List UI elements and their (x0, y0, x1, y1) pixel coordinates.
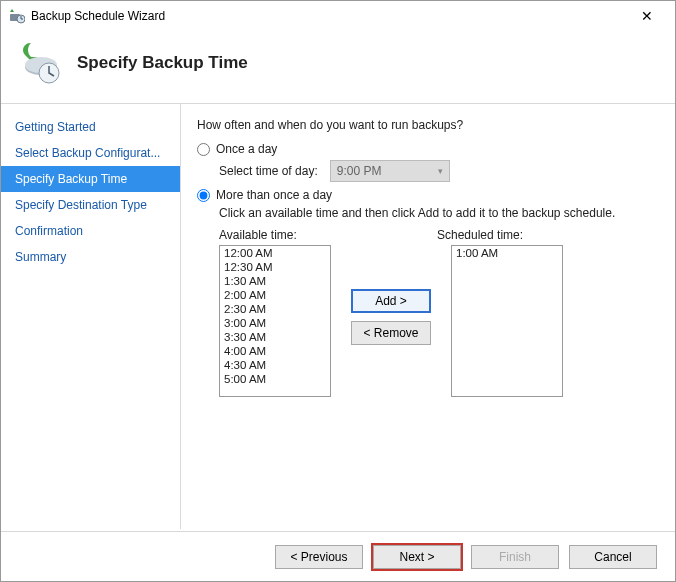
wizard-steps-sidebar: Getting Started Select Backup Configurat… (1, 104, 180, 529)
list-item[interactable]: 12:00 AM (220, 246, 330, 260)
next-button[interactable]: Next > (373, 545, 461, 569)
time-of-day-label: Select time of day: (219, 164, 318, 178)
list-item[interactable]: 2:30 AM (220, 302, 330, 316)
available-time-label: Available time: (219, 228, 437, 242)
list-item[interactable]: 1:00 AM (452, 246, 562, 260)
scheduled-time-listbox[interactable]: 1:00 AM (451, 245, 563, 397)
chevron-down-icon: ▾ (438, 166, 443, 176)
list-item[interactable]: 1:30 AM (220, 274, 330, 288)
list-item[interactable]: 12:30 AM (220, 260, 330, 274)
list-item[interactable]: 3:30 AM (220, 330, 330, 344)
frequency-question: How often and when do you want to run ba… (197, 118, 659, 132)
app-icon (9, 8, 25, 24)
close-button[interactable]: ✕ (627, 8, 667, 24)
finish-button: Finish (471, 545, 559, 569)
once-a-day-label: Once a day (216, 142, 277, 156)
available-time-listbox[interactable]: 12:00 AM12:30 AM1:30 AM2:00 AM2:30 AM3:0… (219, 245, 331, 397)
wizard-footer: < Previous Next > Finish Cancel (1, 531, 675, 581)
sidebar-item-getting-started[interactable]: Getting Started (1, 114, 180, 140)
add-button[interactable]: Add > (351, 289, 431, 313)
wizard-header: Specify Backup Time (1, 31, 675, 104)
more-than-once-option[interactable]: More than once a day (197, 188, 659, 202)
once-a-day-option[interactable]: Once a day (197, 142, 659, 156)
list-item[interactable]: 2:00 AM (220, 288, 330, 302)
time-of-day-value: 9:00 PM (337, 164, 382, 178)
list-item[interactable]: 4:30 AM (220, 358, 330, 372)
sidebar-item-confirmation[interactable]: Confirmation (1, 218, 180, 244)
sidebar-item-specify-destination-type[interactable]: Specify Destination Type (1, 192, 180, 218)
sidebar-item-specify-backup-time[interactable]: Specify Backup Time (1, 166, 180, 192)
time-of-day-select: 9:00 PM ▾ (330, 160, 450, 182)
sidebar-item-summary[interactable]: Summary (1, 244, 180, 270)
window-title: Backup Schedule Wizard (31, 9, 627, 23)
list-item[interactable]: 4:00 AM (220, 344, 330, 358)
remove-button[interactable]: < Remove (351, 321, 431, 345)
more-than-once-radio[interactable] (197, 189, 210, 202)
multi-description: Click an available time and then click A… (219, 206, 659, 220)
cancel-button[interactable]: Cancel (569, 545, 657, 569)
content-panel: How often and when do you want to run ba… (180, 104, 675, 529)
page-title: Specify Backup Time (77, 53, 248, 73)
previous-button[interactable]: < Previous (275, 545, 363, 569)
wizard-icon (19, 41, 63, 85)
list-item[interactable]: 3:00 AM (220, 316, 330, 330)
sidebar-item-select-backup-config[interactable]: Select Backup Configurat... (1, 140, 180, 166)
list-item[interactable]: 5:00 AM (220, 372, 330, 386)
once-a-day-radio[interactable] (197, 143, 210, 156)
scheduled-time-label: Scheduled time: (437, 228, 523, 242)
titlebar: Backup Schedule Wizard ✕ (1, 1, 675, 31)
more-than-once-label: More than once a day (216, 188, 332, 202)
